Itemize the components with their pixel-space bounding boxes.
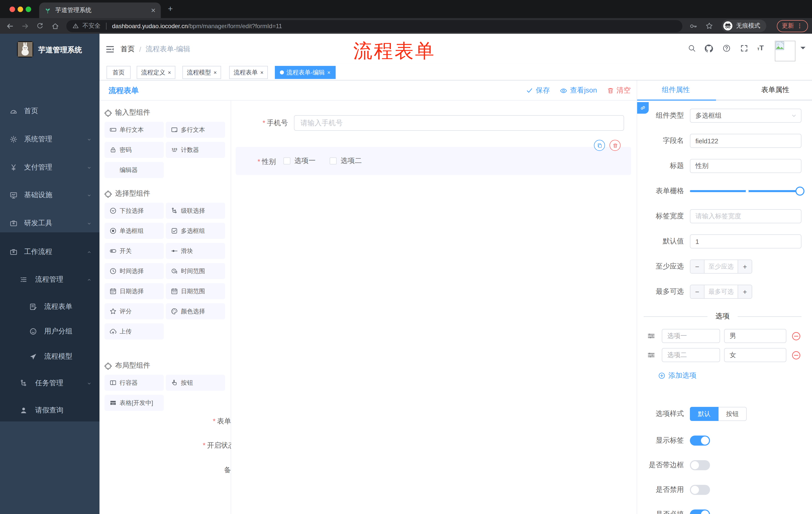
hamburger-icon[interactable] xyxy=(106,45,115,54)
sidebar-item-系统管理[interactable]: 系统管理 xyxy=(0,127,99,152)
palette-item-多选框组[interactable]: 多选框组 xyxy=(166,223,225,239)
sidebar-item-支付管理[interactable]: 支付管理 xyxy=(0,155,99,180)
sidebar-logo[interactable]: 芋道管理系统 xyxy=(0,38,99,68)
gender-option-1-checkbox[interactable]: 选项一 xyxy=(283,156,316,165)
palette-item-时间范围[interactable]: 时间范围 xyxy=(166,263,225,279)
macos-zoom-button[interactable] xyxy=(26,6,31,12)
sidebar-item-流程管理[interactable]: 流程管理 xyxy=(0,268,99,292)
option-value-input[interactable]: 男 xyxy=(724,329,786,343)
palette-item-日期范围[interactable]: 日期范围 xyxy=(166,283,225,299)
toggle-显示标签[interactable] xyxy=(690,436,710,445)
stepper-plus-icon[interactable]: + xyxy=(737,260,752,273)
reload-icon[interactable] xyxy=(36,22,44,29)
tag-流程定义[interactable]: 流程定义× xyxy=(137,66,176,79)
sidebar-item-基础设施[interactable]: 基础设施 xyxy=(0,183,99,207)
palette-item-日期选择[interactable]: 日期选择 xyxy=(105,283,164,299)
palette-item-颜色选择[interactable]: 颜色选择 xyxy=(166,303,225,319)
option-label-input[interactable]: 选项一 xyxy=(662,329,720,343)
tag-close-icon[interactable]: × xyxy=(168,70,171,75)
sidebar-item-工作流程[interactable]: 工作流程 xyxy=(0,240,99,264)
sidebar-item-用户分组[interactable]: 用户分组 xyxy=(0,319,99,344)
tab-component-props[interactable]: 组件属性 xyxy=(662,85,690,94)
user-avatar-broken-image[interactable] xyxy=(775,41,795,61)
sidebar-item-首页[interactable]: 首页 xyxy=(0,99,99,123)
tab-close-icon[interactable]: ✕ xyxy=(151,7,156,14)
default-value-input[interactable]: 1 xyxy=(690,234,802,248)
selected-component-gender[interactable]: *性别 选项一 选项二 xyxy=(236,147,631,175)
toggle-是否必填[interactable] xyxy=(690,510,710,514)
github-icon[interactable] xyxy=(704,44,713,53)
form-canvas[interactable]: *手机号 请输入手机号 *性别 选项一 选项二 xyxy=(231,101,637,514)
new-tab-button[interactable]: + xyxy=(168,4,173,14)
option-label-input[interactable]: 选项二 xyxy=(662,348,720,362)
max-select-stepper[interactable]: − 最多可选 + xyxy=(690,285,752,299)
remove-option-minus-icon[interactable] xyxy=(791,350,801,360)
palette-item-表格[开发中][interactable]: 表格[开发中] xyxy=(105,395,164,411)
palette-item-行容器[interactable]: 行容器 xyxy=(105,375,164,391)
palette-item-密码[interactable]: 密码 xyxy=(105,142,164,158)
tag-close-icon[interactable]: × xyxy=(327,70,330,75)
palette-item-多行文本[interactable]: 多行文本 xyxy=(166,122,225,138)
option-value-input[interactable]: 女 xyxy=(724,348,786,362)
macos-minimize-button[interactable] xyxy=(18,6,23,12)
sidebar-item-研发工具[interactable]: 研发工具 xyxy=(0,211,99,235)
address-bar[interactable]: 不安全 dashboard.yudao.iocoder.cn/bpm/manag… xyxy=(66,20,683,32)
palette-item-滑块[interactable]: 滑块 xyxy=(166,243,225,259)
macos-close-button[interactable] xyxy=(9,6,15,12)
tag-流程表单-编辑[interactable]: 流程表单-编辑× xyxy=(275,66,336,79)
forward-icon[interactable] xyxy=(21,22,29,30)
drag-operation-icon[interactable] xyxy=(647,332,655,340)
min-select-stepper[interactable]: − 至少应选 + xyxy=(690,260,752,274)
palette-item-计数器[interactable]: 123计数器 xyxy=(166,142,225,158)
stepper-minus-icon[interactable]: − xyxy=(690,285,704,298)
search-icon[interactable] xyxy=(688,44,696,52)
chrome-update-button[interactable]: 更新 xyxy=(777,20,808,32)
slider-handle[interactable] xyxy=(795,187,805,196)
style-default-button[interactable]: 默认 xyxy=(690,407,719,421)
phone-field-input[interactable]: 请输入手机号 xyxy=(294,115,624,131)
tag-close-icon[interactable]: × xyxy=(260,70,264,75)
duplicate-component-button[interactable] xyxy=(594,140,605,151)
palette-item-单行文本[interactable]: 单行文本 xyxy=(105,122,164,138)
stepper-plus-icon[interactable]: + xyxy=(737,285,752,298)
grid-slider[interactable] xyxy=(690,184,802,198)
stepper-minus-icon[interactable]: − xyxy=(690,260,704,273)
avatar-caret-down-icon[interactable] xyxy=(801,47,806,52)
sidebar-item-请假查询[interactable]: 请假查询 xyxy=(0,398,99,423)
drag-operation-icon[interactable] xyxy=(647,351,655,359)
home-icon[interactable] xyxy=(51,22,59,30)
label-width-input[interactable]: 请输入标签宽度 xyxy=(690,209,802,223)
tag-流程表单[interactable]: 流程表单× xyxy=(229,66,268,79)
palette-item-按钮[interactable]: 按钮 xyxy=(166,375,225,391)
fullscreen-icon[interactable] xyxy=(740,44,748,52)
palette-item-级联选择[interactable]: 级联选择 xyxy=(166,203,225,219)
delete-component-button[interactable] xyxy=(609,140,620,151)
palette-item-单选框组[interactable]: 单选框组 xyxy=(105,223,164,239)
component-type-select[interactable]: 多选框组 xyxy=(690,109,802,123)
browser-tab[interactable]: 芋道管理系统 ✕ xyxy=(39,2,161,18)
tag-close-icon[interactable]: × xyxy=(213,70,217,75)
palette-item-下拉选择[interactable]: 下拉选择 xyxy=(105,203,164,219)
palette-item-上传[interactable]: 上传 xyxy=(105,323,164,340)
save-button[interactable]: 保存 xyxy=(526,86,550,95)
gender-option-2-checkbox[interactable]: 选项二 xyxy=(330,156,362,165)
title-input[interactable]: 性别 xyxy=(690,159,802,173)
sidebar-item-任务管理[interactable]: 任务管理 xyxy=(0,371,99,395)
tag-流程模型[interactable]: 流程模型× xyxy=(182,66,221,79)
clear-button[interactable]: 清空 xyxy=(607,86,631,95)
tab-form-props[interactable]: 表单属性 xyxy=(761,85,789,94)
password-key-icon[interactable] xyxy=(689,22,697,30)
help-icon[interactable] xyxy=(723,44,731,52)
palette-item-评分[interactable]: 评分 xyxy=(105,303,164,319)
style-button-button[interactable]: 按钮 xyxy=(719,407,747,421)
browser-menu-dots-icon[interactable] xyxy=(796,23,803,29)
back-icon[interactable] xyxy=(6,22,14,30)
sidebar-item-流程模型[interactable]: 流程模型 xyxy=(0,345,99,369)
bookmark-star-icon[interactable] xyxy=(705,22,713,29)
palette-item-编辑器[interactable]: 编辑器 xyxy=(105,162,164,178)
add-option-button[interactable]: 添加选项 xyxy=(658,371,802,380)
toggle-是否禁用[interactable] xyxy=(690,485,710,495)
palette-item-开关[interactable]: 开关 xyxy=(105,243,164,259)
palette-item-时间选择[interactable]: 时间选择 xyxy=(105,263,164,279)
tag-首页[interactable]: 首页 xyxy=(107,66,130,79)
